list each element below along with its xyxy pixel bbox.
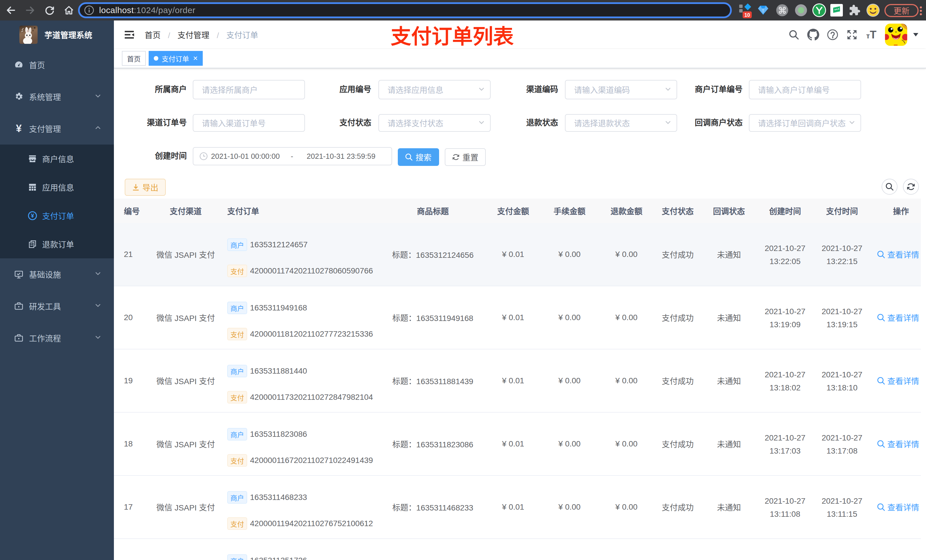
svg-text:¥: ¥: [31, 213, 34, 219]
svg-text:10: 10: [744, 12, 750, 18]
